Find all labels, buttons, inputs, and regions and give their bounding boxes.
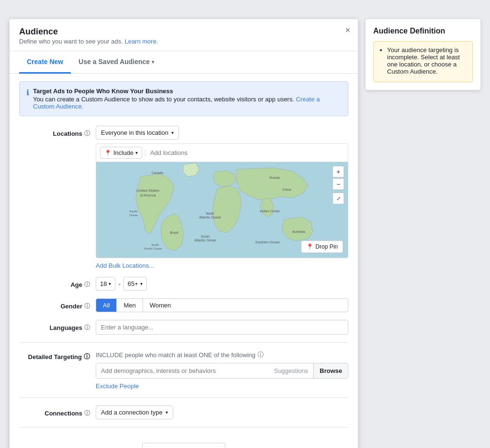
targeting-description: INCLUDE people who match at least ONE of…	[96, 350, 348, 359]
connections-label: Connections ⓘ	[19, 405, 96, 417]
targeting-suggestions[interactable]: Suggestions	[269, 363, 313, 378]
divider	[145, 149, 145, 157]
age-min-caret: ▾	[109, 281, 111, 286]
tab-use-saved[interactable]: Use a Saved Audience ▾	[71, 51, 162, 74]
info-icon: ℹ	[26, 88, 29, 97]
svg-text:Ocean: Ocean	[129, 214, 138, 217]
include-caret: ▾	[135, 150, 138, 155]
targeting-browse-button[interactable]: Browse	[313, 363, 348, 378]
audience-warning-box: Your audience targeting is incomplete. S…	[373, 41, 473, 82]
targeting-desc-info-icon: ⓘ	[257, 350, 264, 359]
connection-dropdown-caret: ▾	[166, 410, 168, 415]
svg-text:Canada: Canada	[152, 171, 164, 175]
map-zoom-out-button[interactable]: −	[333, 178, 344, 190]
save-audience-button[interactable]: Save This Audience	[142, 443, 225, 448]
add-bulk-locations-link[interactable]: Add Bulk Locations...	[96, 262, 154, 269]
audience-dialog: Audience Define who you want to see your…	[10, 19, 358, 448]
zoom-out-icon: −	[336, 180, 340, 188]
drop-pin-button[interactable]: 📍 Drop Pin	[301, 240, 343, 253]
languages-label: Languages ⓘ	[19, 320, 96, 332]
exclude-people-link[interactable]: Exclude People	[96, 382, 139, 390]
targeting-input[interactable]	[96, 363, 269, 378]
svg-text:North: North	[206, 212, 214, 215]
svg-text:Brazil: Brazil	[170, 231, 178, 234]
gender-women-button[interactable]: Women	[143, 299, 178, 312]
age-min-dropdown[interactable]: 18 ▾	[96, 277, 115, 291]
drop-pin-icon: 📍	[306, 243, 313, 250]
location-input[interactable]	[148, 147, 344, 158]
languages-info-icon: ⓘ	[84, 324, 90, 332]
dialog-content: ℹ Target Ads to People Who Know Your Bus…	[10, 74, 358, 448]
svg-text:of America: of America	[140, 194, 156, 197]
locations-control: Everyone in this location ▾ 📍 Include ▾	[96, 126, 348, 269]
svg-text:Pacific Ocean: Pacific Ocean	[144, 247, 162, 250]
zoom-in-icon: +	[336, 168, 340, 175]
dialog-header: Audience Define who you want to see your…	[10, 19, 358, 51]
age-dash: -	[118, 280, 120, 287]
gender-all-button[interactable]: All	[96, 299, 117, 312]
dialog-title: Audience	[19, 27, 348, 37]
learn-more-link[interactable]: Learn more.	[124, 38, 158, 45]
warning-list: Your audience targeting is incomplete. S…	[379, 46, 467, 75]
svg-text:Atlantic Ocean: Atlantic Ocean	[199, 216, 221, 219]
section-divider-1	[19, 342, 348, 343]
locations-row: Locations ⓘ Everyone in this location ▾ …	[19, 126, 348, 269]
age-info-icon: ⓘ	[84, 281, 90, 289]
warning-text: Your audience targeting is incomplete. S…	[387, 46, 467, 75]
map-fullscreen-button[interactable]: ⤢	[333, 193, 344, 204]
section-divider-3	[19, 427, 348, 427]
location-type-dropdown[interactable]: Everyone in this location ▾	[96, 126, 179, 140]
targeting-input-row: Suggestions Browse	[96, 363, 348, 379]
language-input[interactable]	[96, 320, 348, 335]
map-controls: + − ⤢	[333, 166, 344, 204]
gender-group: All Men Women	[96, 298, 348, 312]
age-row-controls: 18 ▾ - 65+ ▾	[96, 277, 348, 291]
connections-control: Add a connection type ▾	[96, 405, 348, 419]
age-max-dropdown[interactable]: 65+ ▾	[123, 277, 147, 291]
connections-row: Connections ⓘ Add a connection type ▾	[19, 405, 348, 419]
close-button[interactable]: ×	[345, 26, 350, 34]
svg-text:South: South	[151, 243, 159, 246]
world-map: United States of America Canada Brazil R…	[96, 162, 348, 258]
detailed-targeting-content: INCLUDE people who match at least ONE of…	[96, 350, 348, 390]
tabs-bar: Create New Use a Saved Audience ▾	[10, 51, 358, 74]
svg-text:Pacific: Pacific	[129, 210, 138, 213]
locations-info-icon: ⓘ	[84, 130, 90, 138]
map-zoom-in-button[interactable]: +	[333, 166, 344, 177]
connections-info-icon: ⓘ	[84, 409, 90, 417]
age-row: Age ⓘ 18 ▾ - 65+ ▾	[19, 277, 348, 291]
svg-text:China: China	[282, 188, 291, 191]
detailed-targeting-info-icon: ⓘ	[84, 352, 90, 361]
audience-definition-panel: Audience Definition Your audience target…	[366, 19, 480, 448]
audience-definition-title: Audience Definition	[373, 27, 473, 35]
languages-row: Languages ⓘ	[19, 320, 348, 335]
svg-text:South: South	[201, 235, 210, 238]
gender-control: All Men Women	[96, 298, 348, 312]
fullscreen-icon: ⤢	[336, 196, 341, 202]
info-box-title: Target Ads to People Who Know Your Busin…	[33, 87, 341, 95]
location-container: 📍 Include ▾	[96, 143, 348, 258]
connection-type-dropdown[interactable]: Add a connection type ▾	[96, 405, 173, 419]
gender-men-button[interactable]: Men	[117, 299, 143, 312]
gender-label: Gender ⓘ	[19, 298, 96, 310]
age-label: Age ⓘ	[19, 277, 96, 289]
svg-text:Australia: Australia	[292, 230, 305, 233]
location-dropdown-caret: ▾	[171, 130, 174, 135]
svg-text:United States: United States	[136, 188, 159, 193]
location-include-row: 📍 Include ▾	[96, 144, 348, 162]
gender-row: Gender ⓘ All Men Women	[19, 298, 348, 312]
info-box-text: Target Ads to People Who Know Your Busin…	[33, 87, 341, 110]
include-dropdown[interactable]: 📍 Include ▾	[100, 147, 142, 159]
pin-icon: 📍	[104, 150, 111, 156]
detailed-targeting-row: Detailed Targeting ⓘ INCLUDE people who …	[19, 350, 348, 390]
svg-text:Atlantic Ocean: Atlantic Ocean	[194, 239, 216, 242]
info-box: ℹ Target Ads to People Who Know Your Bus…	[19, 81, 348, 116]
save-button-row: Save This Audience	[19, 435, 348, 448]
dialog-subtitle: Define who you want to see your ads. Lea…	[19, 38, 348, 45]
audience-definition-box: Audience Definition Your audience target…	[366, 19, 480, 90]
svg-text:Southern Ocean: Southern Ocean	[256, 240, 280, 244]
svg-text:Indian Ocean: Indian Ocean	[260, 209, 280, 213]
gender-info-icon: ⓘ	[84, 302, 90, 310]
svg-text:Russia: Russia	[269, 176, 280, 179]
tab-create-new[interactable]: Create New	[19, 51, 71, 74]
